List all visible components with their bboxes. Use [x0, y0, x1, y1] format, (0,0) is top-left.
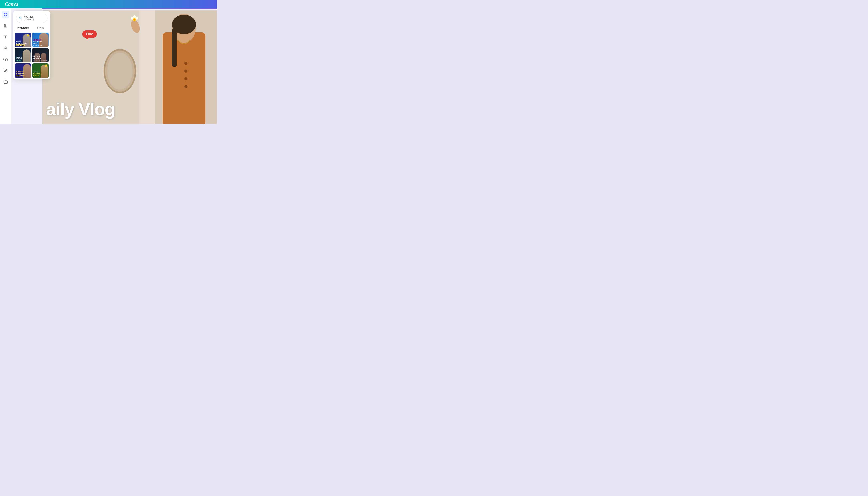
sidebar-item-text[interactable] [2, 33, 10, 41]
sidebar-item-folder[interactable] [2, 78, 10, 86]
svg-point-19 [184, 62, 188, 65]
templates-grid: 💡 HOW TO ALWAYS STAY MOTIVATED SIMPLE TR… [13, 31, 50, 78]
search-container: 🔍 YouTube thumbnail [13, 11, 50, 25]
svg-point-28 [133, 15, 136, 18]
svg-point-27 [135, 17, 138, 20]
sidebar-item-draw[interactable] [2, 67, 10, 74]
panel-tabs: Templates Styles [14, 25, 49, 31]
template-card-2[interactable]: SIMPLE TRICK FOR MAKINGMONEY WITH LITTLE… [32, 33, 49, 47]
template-card-4[interactable]: CLAUDIA WILSON WEEKLYPODCAST EPISODE #13… [32, 48, 49, 62]
sidebar-item-elements[interactable] [2, 22, 10, 30]
svg-rect-1 [5, 13, 7, 14]
sidebar-item-upload[interactable] [2, 56, 10, 63]
svg-rect-18 [172, 28, 177, 67]
template-text-4: CLAUDIA WILSON WEEKLYPODCAST EPISODE #13… [33, 54, 48, 61]
sidebar [0, 9, 11, 124]
tab-templates[interactable]: Templates [14, 25, 32, 31]
svg-rect-5 [5, 26, 7, 27]
template-text-3: 5 STEPS SKINCARE Routine [16, 56, 30, 61]
ellie-badge-text: Ellie [86, 32, 93, 36]
template-text-2: SIMPLE TRICK FOR MAKINGMONEY WITH LITTLE… [33, 39, 48, 46]
svg-point-4 [4, 25, 5, 26]
vlog-canvas: aily Vlog Ellie [42, 11, 217, 124]
svg-point-20 [184, 69, 188, 73]
search-input-value: YouTube thumbnail [24, 15, 44, 21]
search-icon: 🔍 [19, 17, 22, 20]
svg-point-29 [134, 19, 135, 20]
tab-styles[interactable]: Styles [32, 25, 50, 31]
sidebar-item-home[interactable] [2, 11, 10, 18]
lightbulb-icon: 💡 [26, 34, 30, 37]
canvas-top-border [42, 9, 217, 9]
canva-logo: Canva [5, 1, 18, 7]
template-card-3[interactable]: 5 STEPS SKINCARE Routine [15, 48, 31, 62]
content-area: aily Vlog Ellie 🔍 YouTube thumbnail Temp… [11, 9, 217, 124]
app-header: Canva [0, 0, 217, 9]
svg-rect-3 [5, 15, 7, 16]
search-panel: 🔍 YouTube thumbnail Templates Styles 💡 [13, 11, 50, 79]
main-layout: aily Vlog Ellie 🔍 YouTube thumbnail Temp… [0, 9, 217, 124]
svg-point-26 [131, 17, 134, 20]
sidebar-item-brand[interactable] [2, 44, 10, 52]
template-card-1[interactable]: 💡 HOW TO ALWAYS STAY MOTIVATED [15, 33, 31, 47]
coin-icon: 🪙 [45, 64, 48, 67]
template-card-6[interactable]: 🪙 HOW TO MANAGEMONEY [32, 63, 49, 78]
search-bar[interactable]: 🔍 YouTube thumbnail [16, 14, 47, 23]
svg-point-9 [5, 70, 5, 71]
template-card-5[interactable]: SHOCKINGSURPRISEREVEALED [15, 63, 31, 78]
vlog-title: aily Vlog [46, 100, 115, 118]
template-text-6: HOW TO MANAGEMONEY [33, 71, 48, 77]
svg-rect-0 [4, 13, 5, 14]
svg-point-21 [184, 77, 188, 80]
svg-point-7 [5, 47, 6, 48]
svg-point-22 [184, 85, 188, 88]
svg-marker-6 [4, 26, 5, 27]
svg-rect-2 [4, 15, 5, 16]
svg-rect-15 [162, 32, 205, 124]
ellie-badge: Ellie [82, 30, 97, 38]
template-text-5: SHOCKINGSURPRISEREVEALED [16, 71, 30, 77]
template-text-1: HOW TO ALWAYS STAY MOTIVATED [16, 41, 30, 46]
